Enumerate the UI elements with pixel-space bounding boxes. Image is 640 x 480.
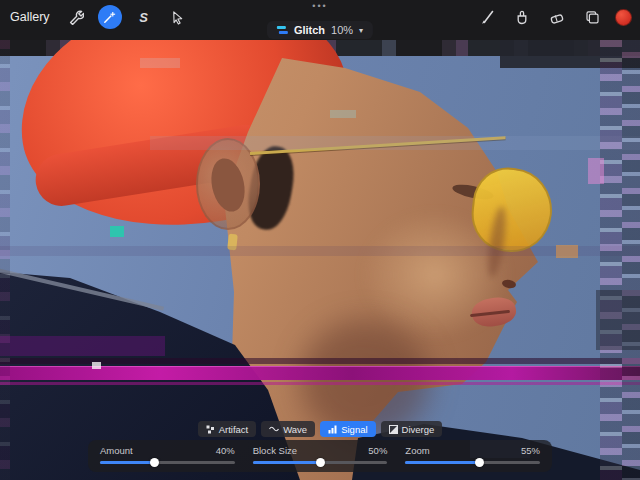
- tab-artifact[interactable]: Artifact: [198, 421, 257, 437]
- canvas[interactable]: Artifact Wave Signal: [0, 40, 640, 480]
- artifact-icon: [206, 425, 215, 434]
- selection-icon[interactable]: S: [132, 5, 156, 29]
- filter-name: Glitch: [294, 24, 325, 36]
- glitch-noise-left: [0, 40, 10, 480]
- amount-slider[interactable]: [100, 461, 235, 464]
- color-swatch[interactable]: [615, 9, 632, 26]
- tab-diverge[interactable]: Diverge: [381, 421, 443, 437]
- brush-icon[interactable]: [475, 5, 499, 29]
- transform-icon[interactable]: [166, 5, 190, 29]
- tab-wave[interactable]: Wave: [261, 421, 315, 437]
- slider-amount: Amount 40%: [100, 444, 235, 468]
- zoom-slider-knob[interactable]: [475, 458, 484, 467]
- slider-label: Amount: [100, 445, 133, 456]
- slider-label: Zoom: [405, 445, 429, 456]
- glitch-noise-right: [600, 40, 622, 480]
- slider-value: 40%: [216, 445, 235, 456]
- glitch-mode-tabs: Artifact Wave Signal: [0, 421, 640, 437]
- chevron-down-icon: ▾: [359, 26, 363, 35]
- smudge-icon[interactable]: [510, 5, 534, 29]
- slider-zoom: Zoom 55%: [405, 444, 540, 468]
- layers-icon[interactable]: [580, 5, 604, 29]
- block-size-slider[interactable]: [253, 461, 388, 464]
- right-tools: [475, 6, 632, 28]
- wave-icon: [269, 425, 279, 433]
- slider-value: 55%: [521, 445, 540, 456]
- zoom-slider[interactable]: [405, 461, 540, 464]
- gallery-button[interactable]: Gallery: [6, 10, 54, 24]
- tab-label: Diverge: [402, 424, 435, 435]
- tab-label: Signal: [341, 424, 367, 435]
- eraser-icon[interactable]: [545, 5, 569, 29]
- amount-slider-knob[interactable]: [150, 458, 159, 467]
- left-tools: Gallery S: [6, 6, 190, 28]
- slider-value: 50%: [368, 445, 387, 456]
- block-size-slider-knob[interactable]: [316, 458, 325, 467]
- glitch-noise-right: [622, 40, 640, 480]
- tab-signal[interactable]: Signal: [320, 421, 375, 437]
- wrench-icon[interactable]: [64, 5, 88, 29]
- filter-percent: 10%: [331, 24, 353, 36]
- tab-label: Wave: [283, 424, 307, 435]
- diverge-icon: [389, 425, 398, 434]
- slider-label: Block Size: [253, 445, 297, 456]
- slider-block-size: Block Size 50%: [253, 444, 388, 468]
- filter-title-bar[interactable]: Glitch 10% ▾: [267, 21, 373, 39]
- adjustments-icon[interactable]: [98, 5, 122, 29]
- glitch-filter-icon: [277, 25, 288, 35]
- tab-label: Artifact: [219, 424, 249, 435]
- signal-icon: [328, 425, 337, 434]
- glitch-stripe: [150, 136, 640, 150]
- glitch-slider-panel: Amount 40% Block Size 50%: [88, 440, 552, 472]
- glitch-purple-band: [0, 336, 165, 356]
- glitch-magenta-stripe-thin: [0, 382, 640, 385]
- procreate-app: Artifact Wave Signal: [0, 0, 640, 480]
- glitch-stripe: [0, 246, 640, 256]
